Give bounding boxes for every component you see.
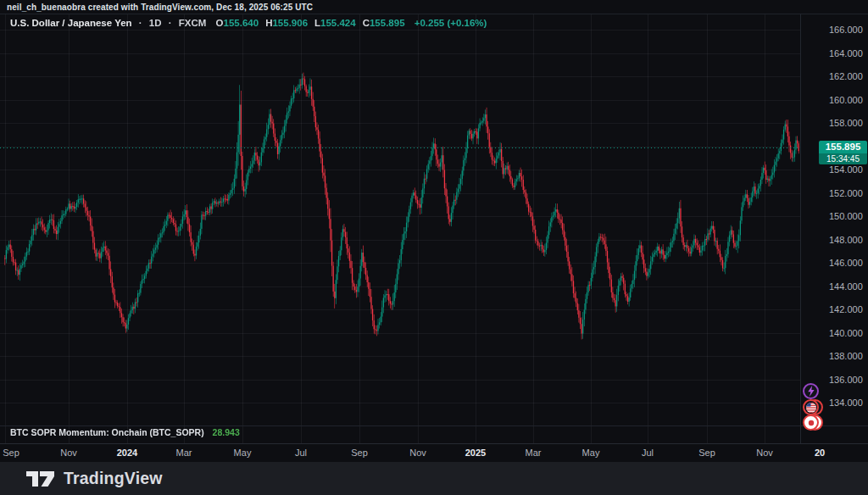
- price-tick-label: 136.000: [829, 375, 863, 385]
- symbol-legend[interactable]: U.S. Dollar / Japanese Yen · 1D · FXCM O…: [10, 18, 487, 28]
- event-marker-japan[interactable]: [803, 414, 825, 431]
- ohlc-value: 155.424: [320, 18, 356, 28]
- ohlc-value: 155.640: [224, 18, 259, 28]
- symbol-name[interactable]: U.S. Dollar / Japanese Yen: [10, 18, 132, 28]
- ohlc-values: O155.640H155.906L155.424C155.895: [209, 18, 405, 28]
- attribution-text: neil_ch_buenaobra created with TradingVi…: [7, 3, 313, 12]
- indicator-value: 28.943: [213, 427, 240, 437]
- price-tick-label: 134.000: [829, 398, 863, 408]
- time-tick-label: Sep: [339, 448, 380, 458]
- price-axis[interactable]: 155.895 15:34:45 166.000164.000162.00016…: [800, 14, 868, 443]
- lightning-icon: [803, 383, 819, 399]
- time-tick-label: Nov: [48, 448, 89, 458]
- time-tick-label: 2024: [107, 448, 147, 458]
- price-tick-label: 150.000: [829, 211, 863, 221]
- footer-bar: TradingView: [0, 462, 868, 495]
- ohlc-value: 155.895: [370, 18, 405, 28]
- tradingview-logo-text: TradingView: [64, 469, 163, 488]
- time-tick-label: 20: [799, 448, 840, 458]
- price-tick-label: 138.000: [829, 351, 863, 361]
- ohlc-key: C: [363, 18, 370, 28]
- time-tick-label: May: [570, 448, 611, 458]
- price-tick-label: 158.000: [829, 118, 863, 128]
- time-tick-label: Jul: [281, 448, 321, 458]
- bar-countdown: 15:34:45: [819, 153, 867, 164]
- tradingview-logo[interactable]: TradingView: [25, 468, 163, 490]
- event-marker-crypto[interactable]: [803, 383, 825, 399]
- time-tick-label: Mar: [164, 448, 204, 458]
- change-value: +0.255 (+0.16%): [415, 18, 487, 28]
- tradingview-logo-icon: [25, 468, 56, 490]
- exchange-label: FXCM: [179, 18, 207, 28]
- pane-separator[interactable]: [0, 425, 868, 426]
- price-tick-label: 146.000: [829, 258, 863, 268]
- price-tick-label: 164.000: [829, 48, 863, 58]
- price-tick-label: 166.000: [829, 25, 863, 35]
- tradingview-chart-window: neil_ch_buenaobra created with TradingVi…: [0, 0, 868, 495]
- legend-separator: ·: [139, 18, 142, 28]
- japan-flag-icon: [803, 414, 819, 431]
- price-tick-label: 152.000: [829, 188, 863, 198]
- time-axis[interactable]: SepNov2024MarMayJulSepNov2025MarMayJulSe…: [0, 443, 868, 462]
- price-tick-label: 160.000: [829, 95, 863, 105]
- current-price-label: 155.895 15:34:45: [819, 141, 867, 164]
- indicator-title[interactable]: BTC SOPR Momentum: Onchain (BTC_SOPR): [10, 427, 204, 437]
- attribution-bar: neil_ch_buenaobra created with TradingVi…: [0, 0, 868, 14]
- price-tick-label: 140.000: [829, 328, 863, 338]
- price-tick-label: 142.000: [829, 304, 863, 314]
- interval-label[interactable]: 1D: [149, 18, 162, 28]
- event-marker-us[interactable]: [803, 399, 825, 415]
- chart-pane[interactable]: U.S. Dollar / Japanese Yen · 1D · FXCM O…: [0, 14, 868, 443]
- price-tick-label: 154.000: [829, 164, 863, 175]
- time-tick-label: Mar: [513, 448, 554, 458]
- price-tick-label: 162.000: [829, 71, 863, 81]
- time-tick-label: Sep: [0, 448, 31, 458]
- legend-separator: ·: [169, 18, 172, 28]
- current-price-value: 155.895: [819, 141, 867, 153]
- us-flag-icon: [803, 399, 819, 415]
- indicator-legend[interactable]: BTC SOPR Momentum: Onchain (BTC_SOPR) 28…: [10, 427, 240, 437]
- time-tick-label: 2025: [455, 448, 496, 458]
- price-tick-label: 148.000: [829, 235, 863, 245]
- ohlc-value: 155.906: [272, 18, 308, 28]
- time-tick-label: Nov: [398, 448, 438, 458]
- time-tick-label: Jul: [627, 448, 668, 458]
- time-tick-label: Sep: [687, 448, 727, 458]
- candlestick-canvas[interactable]: [0, 14, 800, 443]
- price-tick-label: 144.000: [829, 281, 863, 292]
- time-tick-label: Nov: [744, 448, 785, 458]
- ohlc-key: L: [314, 18, 320, 28]
- time-tick-label: May: [222, 448, 263, 458]
- ohlc-key: O: [216, 18, 224, 28]
